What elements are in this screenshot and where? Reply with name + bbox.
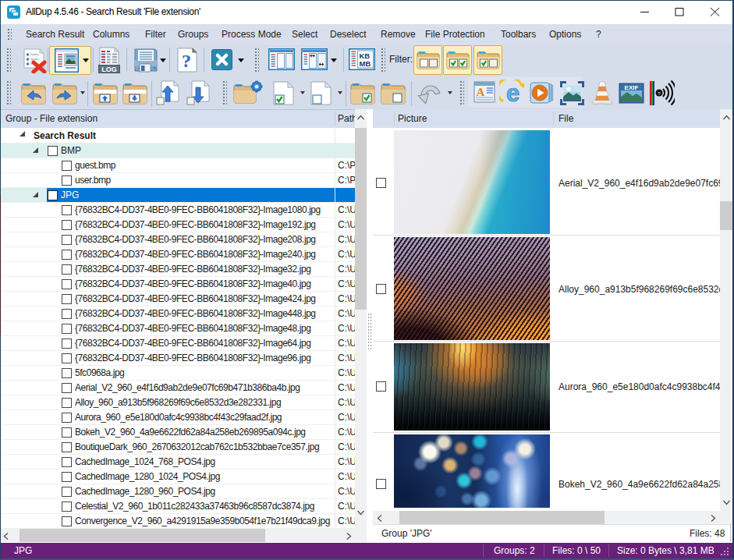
svg-text:A: A: [477, 86, 485, 98]
svg-text:EXIF: EXIF: [625, 84, 639, 91]
svg-text:MB: MB: [360, 59, 371, 68]
svg-text:?: ?: [182, 51, 191, 71]
svg-text:e: e: [506, 80, 519, 106]
svg-text:LOG: LOG: [101, 66, 117, 73]
